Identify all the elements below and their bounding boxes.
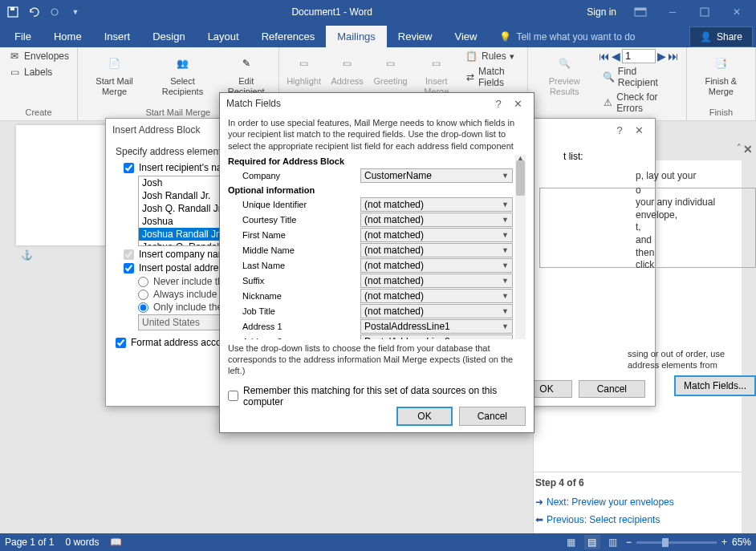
redo-icon[interactable] (45, 2, 64, 22)
next-rec-icon[interactable]: ▶ (657, 50, 666, 63)
tab-design[interactable]: Design (141, 26, 196, 47)
qat-dropdown-icon[interactable]: ▼ (66, 2, 85, 22)
match-fields-button[interactable]: Match Fields... (674, 375, 756, 396)
mf-select-last[interactable]: (not matched)▼ (360, 258, 513, 273)
check-icon: ⚠ (602, 96, 613, 109)
mf-select-first[interactable]: (not matched)▼ (360, 228, 513, 242)
arrow-right-icon: ➜ (535, 496, 543, 508)
start-mm-icon: 📄 (102, 51, 128, 76)
mf-select-addr2[interactable]: PostalAddressLine2▼ (360, 334, 513, 339)
close-icon[interactable]: ✕ (721, 0, 753, 23)
ribbon-options-icon[interactable] (624, 0, 656, 23)
signin-link[interactable]: Sign in (579, 6, 624, 18)
web-layout-icon[interactable]: ▥ (605, 535, 621, 549)
mf-required-header: Required for Address Block (228, 155, 526, 168)
word-count[interactable]: 0 words (65, 537, 99, 548)
save-icon[interactable] (3, 2, 22, 22)
iab-close-icon[interactable]: ✕ (629, 124, 648, 136)
zoom-level[interactable]: 65% (732, 537, 751, 548)
labels-button[interactable]: ▭Labels (5, 65, 55, 79)
match-fields-icon: ⇄ (465, 71, 475, 83)
mf-close-icon[interactable]: ✕ (508, 98, 527, 110)
mf-ok-button[interactable]: OK (396, 407, 452, 426)
print-layout-icon[interactable]: ▤ (584, 535, 600, 549)
chk-postal[interactable] (124, 263, 134, 273)
tab-home[interactable]: Home (43, 26, 93, 47)
next-step-link[interactable]: ➜Next: Preview your envelopes (534, 493, 742, 511)
address-icon: ▭ (335, 51, 360, 76)
page-indicator[interactable]: Page 1 of 1 (5, 537, 54, 548)
chk-company[interactable] (124, 249, 134, 260)
mf-intro-text: In order to use special features, Mail M… (220, 114, 534, 155)
share-button[interactable]: 👤Share (689, 26, 753, 47)
minimize-icon[interactable]: ─ (656, 0, 689, 23)
check-errors-button[interactable]: ⚠Check for Errors (599, 91, 681, 115)
radio-never[interactable] (138, 277, 148, 287)
mf-scrollbar[interactable]: ▲ (515, 155, 526, 339)
tab-references[interactable]: References (250, 26, 326, 47)
mf-select-job[interactable]: (not matched)▼ (360, 304, 513, 318)
mf-select-addr1[interactable]: PostalAddressLine1▼ (360, 319, 513, 334)
first-rec-icon[interactable]: ⏮ (599, 50, 610, 63)
zoom-slider[interactable] (636, 541, 717, 544)
window-title: Document1 - Word (85, 6, 579, 18)
zoom-in-icon[interactable]: + (721, 537, 727, 548)
tab-insert[interactable]: Insert (93, 26, 142, 47)
last-rec-icon[interactable]: ⏭ (668, 50, 679, 63)
prev-rec-icon[interactable]: ◀ (612, 50, 620, 63)
rules-menu[interactable]: 📋Rules ▾ (462, 49, 522, 63)
zoom-out-icon[interactable]: − (626, 537, 632, 548)
radio-only[interactable] (138, 302, 148, 313)
record-number-input[interactable] (622, 49, 656, 63)
mf-select-middle[interactable]: (not matched)▼ (360, 243, 513, 257)
mf-select-courtesy[interactable]: (not matched)▼ (360, 213, 513, 227)
chevron-down-icon: ▼ (502, 292, 509, 300)
tab-view[interactable]: View (443, 26, 488, 47)
record-nav: ⏮ ◀ ▶ ⏭ (599, 49, 681, 63)
select-recipients-button[interactable]: 👥Select Recipients (149, 49, 216, 99)
maximize-icon[interactable] (689, 0, 721, 23)
match-fields-menu[interactable]: ⇄Match Fields (462, 65, 522, 89)
preview-icon: 🔍 (551, 51, 577, 76)
bulb-icon: 💡 (499, 31, 511, 43)
prev-step-link[interactable]: ⬅Previous: Select recipients (534, 511, 742, 529)
tab-layout[interactable]: Layout (197, 26, 250, 47)
tab-mailings[interactable]: Mailings (326, 26, 387, 47)
chk-company-label: Insert company name (139, 249, 231, 260)
radio-always[interactable] (138, 290, 148, 300)
ribbon-tabs: File Home Insert Design Layout Reference… (0, 23, 756, 47)
group-create: ✉Envelopes ▭Labels Create (0, 47, 78, 120)
spellcheck-icon[interactable]: 📖 (110, 537, 122, 548)
tab-file[interactable]: File (3, 26, 43, 47)
chk-format[interactable] (116, 338, 126, 348)
chk-insert-name[interactable] (124, 163, 134, 173)
mf-title-text: Match Fields (226, 98, 281, 109)
iab-cancel-button[interactable]: Cancel (579, 380, 645, 398)
start-mail-merge-button[interactable]: 📄Start Mail Merge (83, 49, 146, 99)
group-title-finish: Finish (692, 106, 750, 119)
step-header: Step 4 of 6 (534, 472, 742, 493)
select-rec-icon: 👥 (169, 51, 195, 76)
mf-select-suffix[interactable]: (not matched)▼ (360, 273, 513, 288)
scroll-thumb[interactable] (516, 160, 525, 196)
chk-remember[interactable] (228, 391, 238, 401)
zoom-handle[interactable] (662, 538, 669, 547)
finish-merge-button[interactable]: 📑Finish & Merge (692, 49, 750, 99)
mf-label: Address 2 (228, 337, 360, 339)
undo-icon[interactable] (24, 2, 43, 22)
mf-select-nick[interactable]: (not matched)▼ (360, 289, 513, 303)
mf-select-uid[interactable]: (not matched)▼ (360, 197, 513, 212)
mf-select-company[interactable]: CustomerName▼ (360, 168, 513, 183)
chevron-down-icon: ▼ (502, 307, 509, 315)
mf-label: Courtesy Title (228, 215, 360, 225)
chevron-down-icon: ▼ (502, 201, 509, 209)
read-mode-icon[interactable]: ▦ (563, 535, 579, 549)
mf-help-icon[interactable]: ? (489, 98, 508, 110)
tell-me-field[interactable]: 💡Tell me what you want to do (488, 26, 646, 47)
tab-review[interactable]: Review (387, 26, 444, 47)
labels-icon: ▭ (8, 66, 21, 79)
mf-cancel-button[interactable]: Cancel (459, 407, 526, 426)
envelopes-button[interactable]: ✉Envelopes (5, 49, 72, 63)
mf-label: Unique Identifier (228, 200, 360, 209)
iab-help-icon[interactable]: ? (610, 124, 629, 136)
